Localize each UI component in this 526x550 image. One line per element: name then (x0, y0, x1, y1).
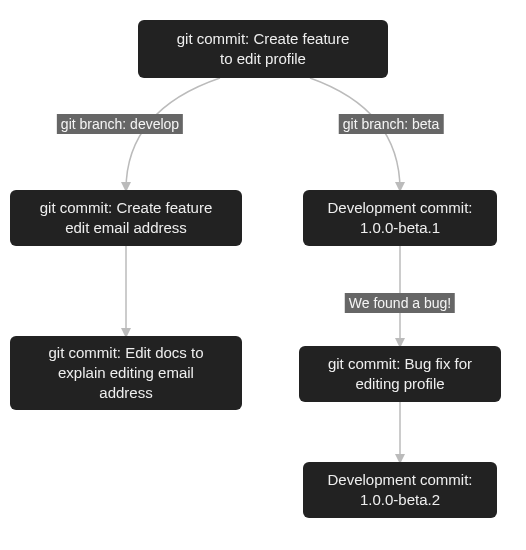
edge-label-branch-beta: git branch: beta (339, 114, 444, 134)
node-develop-commit-2: git commit: Edit docs to explain editing… (10, 336, 242, 410)
node-develop-commit-1: git commit: Create feature edit email ad… (10, 190, 242, 246)
node-text: git commit: Create feature (177, 29, 350, 49)
edge-label-text: We found a bug! (349, 295, 451, 311)
node-text: git commit: Bug fix for (328, 354, 472, 374)
node-text: explain editing email (58, 363, 194, 383)
node-text: address (99, 383, 152, 403)
edge-label-text: git branch: beta (343, 116, 440, 132)
node-beta-commit-3: Development commit: 1.0.0-beta.2 (303, 462, 497, 518)
node-text: 1.0.0-beta.1 (360, 218, 440, 238)
edge-label-text: git branch: develop (61, 116, 179, 132)
edge-label-bug: We found a bug! (345, 293, 455, 313)
node-text: Development commit: (327, 470, 472, 490)
node-text: to edit profile (220, 49, 306, 69)
node-beta-commit-2: git commit: Bug fix for editing profile (299, 346, 501, 402)
node-text: git commit: Edit docs to (48, 343, 203, 363)
node-text: Development commit: (327, 198, 472, 218)
node-root-commit: git commit: Create feature to edit profi… (138, 20, 388, 78)
node-text: git commit: Create feature (40, 198, 213, 218)
node-text: edit email address (65, 218, 187, 238)
edge-label-branch-develop: git branch: develop (57, 114, 183, 134)
node-beta-commit-1: Development commit: 1.0.0-beta.1 (303, 190, 497, 246)
node-text: editing profile (355, 374, 444, 394)
node-text: 1.0.0-beta.2 (360, 490, 440, 510)
